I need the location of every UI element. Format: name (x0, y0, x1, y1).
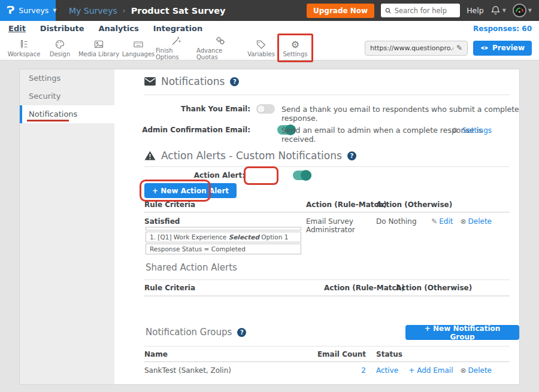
help-icon[interactable]: ? (237, 328, 246, 337)
finish-options-wand-icon (171, 35, 181, 46)
rule-match-line: Email Survey (306, 217, 355, 226)
media-library-icon (93, 39, 104, 50)
settings-card: Settings Security Notifications Notifica… (19, 69, 520, 385)
breadcrumb: My Surveys › Product Sat Survey (69, 6, 226, 16)
rule-text: Option 1 (259, 233, 288, 241)
sidebar-item-security[interactable]: Security (20, 87, 114, 105)
shared-action-alerts-heading: Shared Action Alerts (146, 262, 237, 273)
top-bar: Ɂ Surveys ▼ My Surveys › Product Sat Sur… (0, 0, 539, 21)
help-search[interactable] (381, 4, 460, 17)
group-email-count[interactable]: 2 (294, 366, 366, 375)
tool-label: Workspace (8, 51, 41, 57)
account-menu[interactable]: ▼ (513, 4, 532, 17)
breadcrumb-current-survey: Product Sat Survey (131, 6, 226, 16)
col-action-rule-match: Action (Rule-Match) (306, 200, 387, 209)
group-status[interactable]: Active (376, 366, 398, 375)
divider (144, 279, 510, 280)
breadcrumb-my-surveys[interactable]: My Surveys (69, 6, 117, 16)
delete-group-action[interactable]: ⊗Delete (461, 366, 492, 375)
rule-box-2: Response Status = Completed (146, 244, 301, 254)
upgrade-now-button[interactable]: Upgrade Now (307, 4, 374, 18)
responses-count[interactable]: Responses: 60 (473, 25, 539, 33)
rule-box-1: 1. [Q1] Work Experience Selected Option … (146, 232, 301, 242)
group-row-actions: + Add Email ⊗Delete (408, 366, 492, 375)
tool-label: Finish Options (156, 47, 196, 60)
add-email-action[interactable]: + Add Email (408, 366, 453, 375)
tool-label: Advance Quotas (196, 47, 244, 60)
delete-action[interactable]: ⊗Delete (461, 217, 492, 226)
settings-gear-icon: ⚙ (291, 39, 299, 50)
tab-distribute[interactable]: Distribute (40, 24, 84, 33)
tool-finish-options[interactable]: Finish Options (156, 37, 196, 59)
survey-url-field[interactable]: ✎ (365, 41, 468, 56)
notification-groups-heading: Notification Groups ? (146, 327, 246, 338)
col-action-otherwise: Action (Otherwise) (396, 284, 472, 292)
variables-tag-icon (256, 39, 267, 50)
survey-nav: Edit Distribute Analytics Integration Re… (0, 21, 539, 36)
languages-keyboard-icon (133, 39, 144, 50)
col-name: Name (144, 350, 168, 358)
action-alert-label: Action Alert: (114, 171, 245, 180)
tool-variables[interactable]: Variables (244, 37, 278, 59)
tool-workspace[interactable]: Workspace (5, 37, 43, 59)
rule-match-line: Administrator (306, 226, 355, 234)
col-action-otherwise: Action (Otherwise) (376, 200, 452, 209)
help-icon[interactable]: ? (347, 151, 356, 160)
tool-label: Settings (283, 51, 307, 57)
workspace-icon (19, 39, 29, 50)
tab-edit[interactable]: Edit (8, 24, 26, 33)
annotation-box-action-alert-toggle (244, 166, 278, 185)
annotation-underline (27, 120, 69, 122)
divider (144, 95, 510, 95)
search-input[interactable] (395, 7, 456, 15)
notifications-bell-menu[interactable]: ▼ (490, 5, 506, 16)
help-link[interactable]: Help (467, 6, 484, 15)
settings-sidebar: Settings Security Notifications (20, 69, 114, 384)
preview-label: Preview (492, 44, 525, 52)
tool-design[interactable]: Design (43, 37, 77, 59)
eye-icon (480, 45, 489, 51)
surveys-menu[interactable]: Ɂ Surveys ▼ (0, 0, 56, 21)
delete-label: Delete (468, 366, 492, 375)
tool-languages[interactable]: Languages (121, 37, 156, 59)
rule-status: Satisfied (144, 217, 180, 226)
rule-match-action: Email Survey Administrator (306, 217, 355, 234)
edit-action[interactable]: ✎Edit (431, 217, 453, 226)
help-icon[interactable]: ? (230, 77, 239, 86)
alert-row-actions: ✎Edit ⊗Delete (431, 217, 492, 226)
tool-advance-quotas[interactable]: Advance Quotas (196, 37, 244, 59)
gear-icon: ⚙ (452, 126, 458, 135)
tool-settings[interactable]: ⚙ Settings (278, 37, 313, 59)
action-alert-toggle[interactable] (293, 171, 311, 180)
product-menu-label: Surveys (19, 6, 49, 15)
thank-you-email-label: Thank You Email: (114, 105, 250, 113)
topbar-right: Upgrade Now Help ▼ ▼ (307, 4, 539, 18)
col-rule-criteria: Rule Criteria (144, 200, 195, 209)
tool-label: Variables (247, 51, 275, 57)
edit-pencil-icon: ✎ (431, 217, 437, 226)
chevron-down-icon: ▼ (528, 8, 532, 13)
survey-url-input[interactable] (370, 44, 453, 52)
warning-triangle-icon (144, 151, 156, 160)
delete-circle-icon: ⊗ (461, 217, 467, 226)
edit-label: Edit (439, 217, 453, 226)
tab-analytics[interactable]: Analytics (99, 24, 139, 33)
section-title: Notifications (161, 75, 225, 87)
new-notification-group-button[interactable]: + New Notification Group (405, 325, 519, 340)
sidebar-item-notifications[interactable]: Notifications (20, 105, 114, 123)
rule-text: 1. [Q1] Work Experience (150, 233, 229, 241)
thank-you-email-toggle[interactable] (256, 104, 275, 114)
new-action-alert-button[interactable]: + New Action Alert (144, 183, 237, 198)
chevron-down-icon: ▼ (53, 8, 56, 13)
sidebar-item-settings[interactable]: Settings (20, 69, 114, 87)
edit-url-pencil-icon[interactable]: ✎ (456, 44, 462, 52)
section-title: Notification Groups (146, 327, 232, 338)
tool-media-library[interactable]: Media Library (77, 37, 121, 59)
tool-label: Media Library (78, 51, 119, 57)
otherwise-action: Do Nothing (376, 217, 417, 226)
admin-settings-link[interactable]: ⚙ Settings (452, 126, 492, 135)
search-icon (385, 7, 391, 14)
thank-you-email-description: Send a thank you email to respondents wh… (281, 105, 519, 123)
preview-button[interactable]: Preview (473, 41, 532, 56)
tab-integration[interactable]: Integration (153, 24, 202, 33)
